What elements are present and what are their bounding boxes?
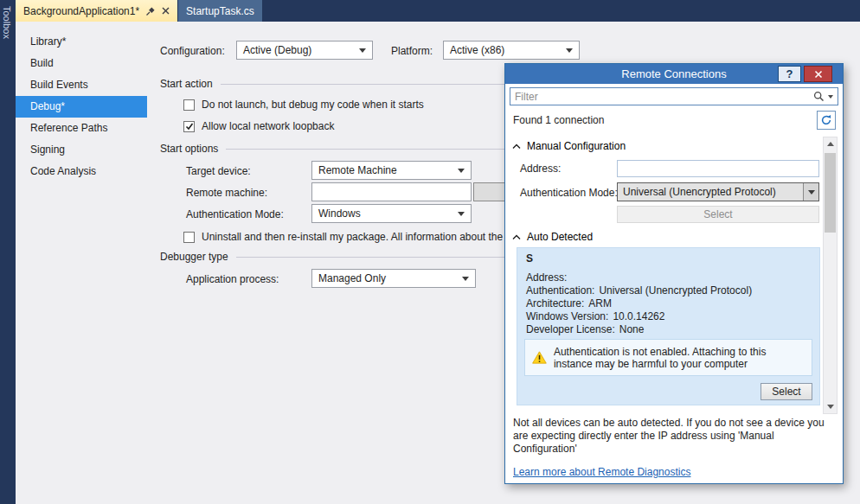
remote-machine-input[interactable] [311,182,472,201]
detected-device-card[interactable]: S Address: Authentication:Universal (Une… [517,247,820,405]
field-value: Universal (Unencrypted Protocol) [599,284,752,297]
address-input[interactable] [617,160,819,177]
sidebar-item-build[interactable]: Build [16,53,147,74]
authentication-warning: Authentication is not enabled. Attaching… [524,339,812,376]
uninstall-label: Uninstall and then re-install my package… [202,231,503,243]
auto-detected-title: Auto Detected [527,231,593,243]
field-value: 10.0.14262 [613,310,664,322]
manual-configuration-header[interactable]: Manual Configuration [512,140,626,152]
scrollbar-thumb[interactable] [825,153,836,233]
pin-icon[interactable] [145,6,156,16]
application-process-label: Application process: [186,273,279,285]
sidebar-item-code-analysis[interactable]: Code Analysis [16,161,147,182]
loopback-label: Allow local network loopback [202,120,334,132]
remote-diagnostics-link[interactable]: Learn more about Remote Diagnostics [513,466,690,478]
remote-machine-label: Remote machine: [186,187,267,199]
chevron-up-icon [512,144,521,150]
chevron-down-icon [808,190,815,195]
field-label: Address: [526,271,567,284]
target-device-label: Target device: [186,165,251,177]
device-field-row: Windows Version:10.0.14262 [526,310,752,323]
sidebar-item-library[interactable]: Library* [16,31,147,53]
toolbox-panel-tab[interactable]: Toolbox [0,0,16,504]
scroll-up-button[interactable] [824,137,837,150]
remote-connections-dialog: Remote Connections ? Found 1 connection … [504,63,844,484]
close-icon [814,70,823,79]
platform-dropdown[interactable]: Active (x86) [443,41,580,60]
filter-input[interactable] [515,91,810,103]
target-device-value: Remote Machine [318,164,397,176]
scroll-down-button[interactable] [824,400,837,413]
tab-startuptask[interactable]: StartupTask.cs [178,0,262,22]
manual-select-button[interactable]: Select [617,206,819,223]
chevron-down-icon [566,48,573,53]
auto-detect-note: Not all devices can be auto detected. If… [513,417,835,456]
application-process-dropdown[interactable]: Managed Only [311,269,476,288]
dialog-auth-mode-value: Universal (Unencrypted Protocol) [623,186,776,198]
debugger-type-title: Debugger type [160,251,228,263]
warning-text: Authentication is not enabled. Attaching… [554,346,805,370]
device-field-row: Authentication:Universal (Unencrypted Pr… [526,284,752,297]
field-label: Windows Version: [526,310,608,322]
sidebar-item-reference-paths[interactable]: Reference Paths [16,118,147,139]
loopback-checkbox-row: Allow local network loopback [183,120,334,132]
configuration-label: Configuration: [160,45,225,57]
start-options-title: Start options [160,143,218,155]
target-device-dropdown[interactable]: Remote Machine [311,161,472,180]
device-details: Address: Authentication:Universal (Unenc… [526,271,752,336]
close-icon[interactable] [162,7,170,15]
field-value: None [619,323,645,335]
connection-count-status: Found 1 connection [513,114,604,126]
toolbox-label: Toolbox [2,0,12,39]
note-line: Configuration' [513,443,835,456]
dialog-title: Remote Connections [621,67,726,80]
arrow-up-icon [827,142,834,146]
field-value: ARM [588,297,612,309]
filter-searchbox [510,87,838,105]
search-icon[interactable] [813,91,825,102]
search-options-caret-icon[interactable] [828,95,833,99]
visual-studio-window: Toolbox BackgroundApplication1* StartupT… [0,0,860,504]
device-field-row: Developer License:None [526,323,752,336]
dialog-auth-mode-dropdown[interactable]: Universal (Unencrypted Protocol) [617,182,819,201]
note-line: are expecting directly enter the IP addr… [513,430,835,443]
manual-configuration-title: Manual Configuration [527,140,626,152]
sidebar-item-build-events[interactable]: Build Events [16,74,147,96]
uninstall-checkbox[interactable] [183,232,195,243]
dialog-scrollbar[interactable] [823,137,838,414]
no-launch-label: Do not launch, but debug my code when it… [202,99,424,111]
configuration-dropdown[interactable]: Active (Debug) [236,41,373,60]
help-button[interactable]: ? [778,66,801,82]
warning-icon [532,351,547,364]
tab-backgroundapplication1[interactable]: BackgroundApplication1* [16,0,177,22]
configuration-value: Active (Debug) [243,44,311,56]
arrow-down-icon [827,405,834,409]
field-label: Developer License: [526,323,615,335]
loopback-checkbox[interactable] [183,121,195,132]
chevron-up-icon [512,234,521,240]
device-select-button[interactable]: Select [761,383,812,400]
refresh-button[interactable] [817,111,836,130]
start-action-title: Start action [160,78,213,90]
refresh-icon [820,114,832,126]
platform-value: Active (x86) [450,44,504,56]
no-launch-checkbox[interactable] [183,99,195,111]
dialog-close-button[interactable] [804,66,832,82]
document-tabbar: BackgroundApplication1* StartupTask.cs [16,0,860,22]
auth-mode-dropdown[interactable]: Windows [311,204,472,223]
auth-mode-value: Windows [318,207,361,220]
tab-label: StartupTask.cs [186,5,254,17]
field-label: Authentication: [526,284,594,297]
platform-label: Platform: [391,45,433,57]
auto-detected-header[interactable]: Auto Detected [512,231,593,243]
chevron-down-icon [458,212,465,216]
sidebar-item-signing[interactable]: Signing [16,139,147,161]
tab-label: BackgroundApplication1* [23,5,139,17]
dialog-auth-mode-label: Authentication Mode: [520,187,618,199]
dropdown-arrow-button [803,183,818,201]
chevron-down-icon [359,48,366,53]
field-label: Architecture: [526,297,584,309]
chevron-down-icon [462,277,469,281]
note-line: Not all devices can be auto detected. If… [513,417,835,430]
sidebar-item-debug[interactable]: Debug* [16,96,147,118]
